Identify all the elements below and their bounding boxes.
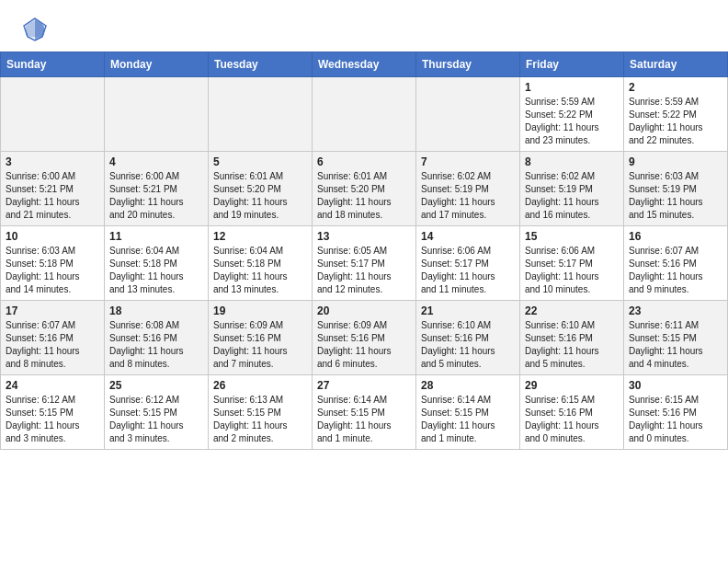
day-info: Sunrise: 6:01 AM Sunset: 5:20 PM Dayligh…: [213, 170, 307, 222]
logo: [22, 17, 51, 42]
weekday-header-friday: Friday: [520, 52, 624, 77]
day-info: Sunrise: 6:11 AM Sunset: 5:15 PM Dayligh…: [629, 319, 722, 371]
day-number: 24: [6, 379, 99, 392]
calendar-cell: 17Sunrise: 6:07 AM Sunset: 5:16 PM Dayli…: [1, 301, 105, 375]
day-info: Sunrise: 6:01 AM Sunset: 5:20 PM Dayligh…: [317, 170, 411, 222]
day-info: Sunrise: 6:03 AM Sunset: 5:19 PM Dayligh…: [629, 170, 722, 222]
day-number: 9: [629, 155, 722, 168]
logo-icon: [22, 17, 48, 42]
day-number: 8: [525, 155, 619, 168]
calendar-cell: 18Sunrise: 6:08 AM Sunset: 5:16 PM Dayli…: [105, 301, 209, 375]
day-number: 15: [525, 230, 619, 243]
day-info: Sunrise: 6:00 AM Sunset: 5:21 PM Dayligh…: [6, 170, 99, 222]
day-number: 3: [6, 155, 99, 168]
day-number: 28: [421, 379, 515, 392]
day-info: Sunrise: 6:14 AM Sunset: 5:15 PM Dayligh…: [421, 394, 515, 445]
day-number: 4: [109, 155, 203, 168]
calendar-cell: 2Sunrise: 5:59 AM Sunset: 5:22 PM Daylig…: [624, 77, 728, 152]
weekday-header-monday: Monday: [105, 52, 209, 77]
day-info: Sunrise: 6:12 AM Sunset: 5:15 PM Dayligh…: [6, 394, 99, 445]
day-info: Sunrise: 6:09 AM Sunset: 5:16 PM Dayligh…: [213, 319, 307, 371]
calendar-cell: 29Sunrise: 6:15 AM Sunset: 5:16 PM Dayli…: [520, 375, 624, 450]
day-number: 23: [629, 304, 722, 317]
calendar-cell: 28Sunrise: 6:14 AM Sunset: 5:15 PM Dayli…: [416, 375, 520, 450]
calendar-cell: 15Sunrise: 6:06 AM Sunset: 5:17 PM Dayli…: [520, 226, 624, 301]
calendar-week-3: 17Sunrise: 6:07 AM Sunset: 5:16 PM Dayli…: [1, 301, 728, 375]
calendar-cell: [416, 77, 520, 152]
day-info: Sunrise: 6:05 AM Sunset: 5:17 PM Dayligh…: [317, 245, 411, 296]
page: SundayMondayTuesdayWednesdayThursdayFrid…: [0, 0, 728, 563]
day-number: 12: [213, 230, 307, 243]
day-info: Sunrise: 6:02 AM Sunset: 5:19 PM Dayligh…: [421, 170, 515, 222]
day-number: 16: [629, 230, 722, 243]
calendar-cell: [313, 77, 416, 152]
weekday-header-wednesday: Wednesday: [313, 52, 416, 77]
day-number: 11: [109, 230, 203, 243]
calendar-table: SundayMondayTuesdayWednesdayThursdayFrid…: [0, 52, 728, 450]
calendar-cell: 14Sunrise: 6:06 AM Sunset: 5:17 PM Dayli…: [416, 226, 520, 301]
day-info: Sunrise: 6:00 AM Sunset: 5:21 PM Dayligh…: [109, 170, 203, 222]
calendar-cell: 9Sunrise: 6:03 AM Sunset: 5:19 PM Daylig…: [624, 152, 728, 226]
day-info: Sunrise: 6:09 AM Sunset: 5:16 PM Dayligh…: [317, 319, 411, 371]
weekday-header-sunday: Sunday: [1, 52, 105, 77]
day-number: 7: [421, 155, 515, 168]
calendar-cell: 16Sunrise: 6:07 AM Sunset: 5:16 PM Dayli…: [624, 226, 728, 301]
weekday-header-tuesday: Tuesday: [209, 52, 313, 77]
day-info: Sunrise: 6:15 AM Sunset: 5:16 PM Dayligh…: [629, 394, 722, 445]
calendar-cell: [1, 77, 105, 152]
day-number: 25: [109, 379, 203, 392]
header: [0, 0, 728, 52]
day-number: 29: [525, 379, 619, 392]
day-number: 17: [6, 304, 99, 317]
calendar-week-4: 24Sunrise: 6:12 AM Sunset: 5:15 PM Dayli…: [1, 375, 728, 450]
day-info: Sunrise: 6:15 AM Sunset: 5:16 PM Dayligh…: [525, 394, 619, 445]
day-info: Sunrise: 6:07 AM Sunset: 5:16 PM Dayligh…: [629, 245, 722, 296]
day-info: Sunrise: 6:04 AM Sunset: 5:18 PM Dayligh…: [213, 245, 307, 296]
day-number: 10: [6, 230, 99, 243]
day-info: Sunrise: 6:06 AM Sunset: 5:17 PM Dayligh…: [525, 245, 619, 296]
calendar-cell: 11Sunrise: 6:04 AM Sunset: 5:18 PM Dayli…: [105, 226, 209, 301]
calendar-cell: 21Sunrise: 6:10 AM Sunset: 5:16 PM Dayli…: [416, 301, 520, 375]
day-number: 30: [629, 379, 722, 392]
day-number: 5: [213, 155, 307, 168]
calendar-cell: 6Sunrise: 6:01 AM Sunset: 5:20 PM Daylig…: [313, 152, 416, 226]
calendar-week-1: 3Sunrise: 6:00 AM Sunset: 5:21 PM Daylig…: [1, 152, 728, 226]
calendar-cell: 8Sunrise: 6:02 AM Sunset: 5:19 PM Daylig…: [520, 152, 624, 226]
weekday-header-row: SundayMondayTuesdayWednesdayThursdayFrid…: [1, 52, 728, 77]
day-info: Sunrise: 6:14 AM Sunset: 5:15 PM Dayligh…: [317, 394, 411, 445]
weekday-header-saturday: Saturday: [624, 52, 728, 77]
calendar-cell: 10Sunrise: 6:03 AM Sunset: 5:18 PM Dayli…: [1, 226, 105, 301]
day-info: Sunrise: 6:02 AM Sunset: 5:19 PM Dayligh…: [525, 170, 619, 222]
weekday-header-thursday: Thursday: [416, 52, 520, 77]
calendar-cell: 13Sunrise: 6:05 AM Sunset: 5:17 PM Dayli…: [313, 226, 416, 301]
calendar-cell: 3Sunrise: 6:00 AM Sunset: 5:21 PM Daylig…: [1, 152, 105, 226]
day-info: Sunrise: 6:12 AM Sunset: 5:15 PM Dayligh…: [109, 394, 203, 445]
calendar-cell: 24Sunrise: 6:12 AM Sunset: 5:15 PM Dayli…: [1, 375, 105, 450]
day-number: 27: [317, 379, 411, 392]
day-info: Sunrise: 6:10 AM Sunset: 5:16 PM Dayligh…: [421, 319, 515, 371]
calendar-cell: 23Sunrise: 6:11 AM Sunset: 5:15 PM Dayli…: [624, 301, 728, 375]
day-info: Sunrise: 5:59 AM Sunset: 5:22 PM Dayligh…: [525, 96, 619, 147]
calendar-cell: [105, 77, 209, 152]
calendar-cell: [209, 77, 313, 152]
day-info: Sunrise: 6:13 AM Sunset: 5:15 PM Dayligh…: [213, 394, 307, 445]
day-info: Sunrise: 6:07 AM Sunset: 5:16 PM Dayligh…: [6, 319, 99, 371]
day-number: 21: [421, 304, 515, 317]
day-info: Sunrise: 6:10 AM Sunset: 5:16 PM Dayligh…: [525, 319, 619, 371]
calendar-cell: 26Sunrise: 6:13 AM Sunset: 5:15 PM Dayli…: [209, 375, 313, 450]
calendar-cell: 4Sunrise: 6:00 AM Sunset: 5:21 PM Daylig…: [105, 152, 209, 226]
calendar-week-2: 10Sunrise: 6:03 AM Sunset: 5:18 PM Dayli…: [1, 226, 728, 301]
calendar-cell: 12Sunrise: 6:04 AM Sunset: 5:18 PM Dayli…: [209, 226, 313, 301]
day-number: 6: [317, 155, 411, 168]
calendar-cell: 25Sunrise: 6:12 AM Sunset: 5:15 PM Dayli…: [105, 375, 209, 450]
day-number: 20: [317, 304, 411, 317]
calendar-cell: 5Sunrise: 6:01 AM Sunset: 5:20 PM Daylig…: [209, 152, 313, 226]
day-info: Sunrise: 6:08 AM Sunset: 5:16 PM Dayligh…: [109, 319, 203, 371]
day-number: 2: [629, 81, 722, 94]
calendar-cell: 30Sunrise: 6:15 AM Sunset: 5:16 PM Dayli…: [624, 375, 728, 450]
day-number: 26: [213, 379, 307, 392]
day-info: Sunrise: 5:59 AM Sunset: 5:22 PM Dayligh…: [629, 96, 722, 147]
calendar-cell: 22Sunrise: 6:10 AM Sunset: 5:16 PM Dayli…: [520, 301, 624, 375]
day-number: 18: [109, 304, 203, 317]
calendar-cell: 19Sunrise: 6:09 AM Sunset: 5:16 PM Dayli…: [209, 301, 313, 375]
